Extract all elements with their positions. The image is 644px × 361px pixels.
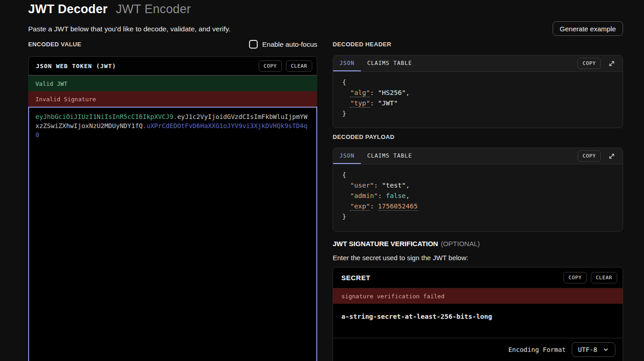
encoded-panel-header: JSON WEB TOKEN (JWT) COPY CLEAR	[28, 56, 317, 76]
encoded-label-row: ENCODED VALUE Enable auto-focus	[28, 40, 317, 49]
decoded-header-tabs: JSON CLAIMS TABLE COPY	[333, 55, 623, 72]
token-text: eyJhbGciOiJIUzI1NiIsInR5cCI6IkpXVCJ9.eyJ…	[35, 112, 310, 139]
decoded-payload-json[interactable]: { "user": "test", "admin": false, "exp":…	[333, 164, 623, 227]
tab-header-claims-table[interactable]: CLAIMS TABLE	[361, 55, 419, 71]
secret-panel-footer: Encoding Format UTF-8	[333, 338, 623, 361]
generate-example-button[interactable]: Generate example	[553, 21, 623, 36]
encoding-format-value: UTF-8	[578, 346, 597, 353]
decoded-payload-tabs: JSON CLAIMS TABLE COPY	[333, 148, 623, 164]
expand-header-button[interactable]	[607, 59, 616, 68]
decoded-header-label: DECODED HEADER	[333, 41, 391, 48]
mode-tabs: JWT Decoder JWT Encoder	[28, 2, 191, 16]
intro-text: Paste a JWT below that you'd like to dec…	[28, 25, 230, 33]
valid-jwt-banner: Valid JWT	[28, 76, 317, 91]
encoding-format-select[interactable]: UTF-8	[572, 342, 615, 357]
tab-payload-json[interactable]: JSON	[333, 148, 361, 164]
valid-jwt-text: Valid JWT	[35, 80, 67, 87]
clear-token-button[interactable]: CLEAR	[286, 60, 312, 72]
tab-payload-claims-table[interactable]: CLAIMS TABLE	[361, 148, 419, 164]
copy-payload-button[interactable]: COPY	[578, 150, 601, 162]
decoded-payload-label: DECODED PAYLOAD	[333, 134, 394, 140]
encoded-panel-title: JSON WEB TOKEN (JWT)	[36, 63, 116, 69]
autofocus-toggle[interactable]: Enable auto-focus	[249, 40, 317, 49]
tab-jwt-decoder[interactable]: JWT Decoder	[28, 2, 108, 16]
token-separator: .	[173, 113, 177, 120]
copy-token-button[interactable]: COPY	[259, 60, 282, 72]
expand-payload-button[interactable]	[607, 152, 616, 161]
autofocus-label: Enable auto-focus	[262, 40, 317, 48]
signature-verification-description: Enter the secret used to sign the JWT be…	[333, 254, 468, 262]
token-header-segment: eyJhbGciOiJIUzI1NiIsInR5cCI6IkpXVCJ9	[35, 113, 173, 120]
decoded-header-card: JSON CLAIMS TABLE COPY { "alg": "HS256",…	[333, 55, 623, 128]
signature-verification-optional: (OPTIONAL)	[441, 240, 480, 247]
expand-icon	[608, 60, 615, 67]
copy-header-button[interactable]: COPY	[578, 58, 601, 69]
tab-header-json[interactable]: JSON	[333, 55, 361, 71]
decoded-header-json[interactable]: { "alg": "HS256", "typ": "JWT" }	[333, 72, 623, 124]
decoded-payload-card: JSON CLAIMS TABLE COPY { "user": "test",…	[333, 148, 623, 232]
copy-secret-button[interactable]: COPY	[564, 272, 587, 283]
tab-jwt-encoder[interactable]: JWT Encoder	[116, 2, 191, 16]
encoded-value-label: ENCODED VALUE	[28, 41, 81, 48]
signature-failed-text: signature verification failed	[341, 293, 444, 300]
expand-icon	[608, 153, 615, 160]
encoding-format-label: Encoding Format	[508, 346, 565, 353]
secret-panel-header: SECRET COPY CLEAR	[333, 267, 623, 288]
autofocus-checkbox[interactable]	[249, 40, 258, 49]
invalid-signature-banner: Invalid Signature	[28, 91, 317, 107]
secret-panel-title: SECRET	[341, 274, 370, 282]
chevron-down-icon	[603, 346, 609, 353]
secret-value-text: a-string-secret-at-least-256-bits-long	[341, 313, 492, 320]
signature-failed-banner: signature verification failed	[333, 288, 623, 304]
encoded-value-panel: JSON WEB TOKEN (JWT) COPY CLEAR Valid JW…	[28, 56, 317, 361]
signature-verification-title: JWT SIGNATURE VERIFICATION(OPTIONAL)	[333, 240, 480, 247]
signature-verification-title-text: JWT SIGNATURE VERIFICATION	[333, 240, 438, 247]
secret-input[interactable]: a-string-secret-at-least-256-bits-long	[333, 304, 623, 338]
clear-secret-button[interactable]: CLEAR	[591, 272, 617, 283]
secret-panel: SECRET COPY CLEAR signature verification…	[333, 267, 623, 361]
invalid-signature-text: Invalid Signature	[35, 96, 96, 103]
token-input[interactable]: eyJhbGciOiJIUzI1NiIsInR5cCI6IkpXVCJ9.eyJ…	[28, 107, 317, 361]
